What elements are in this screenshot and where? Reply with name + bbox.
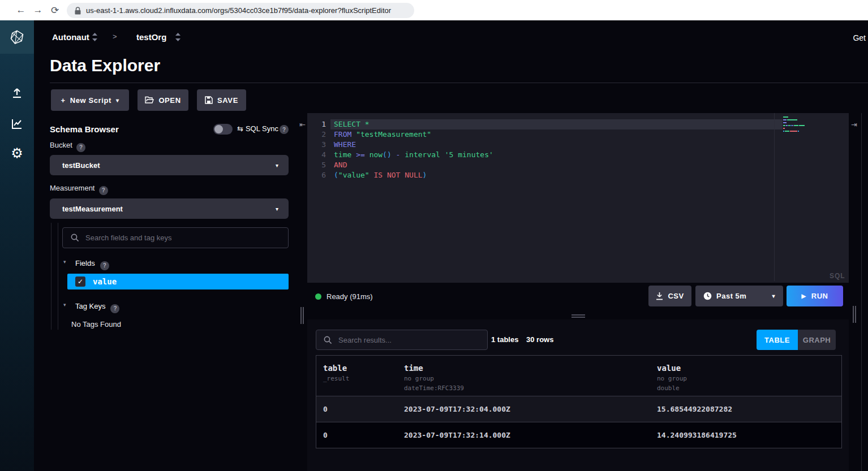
table-row[interactable]: 02023-07-09T17:32:14.000Z14.240993186419… [316,422,842,448]
schema-search-placeholder: Search fields and tag keys [85,234,171,242]
search-icon [324,336,332,344]
results-panel: Search results... 1 tables 30 rows TABLE… [307,319,849,471]
tag-keys-collapse-icon[interactable]: ▾ [63,302,66,308]
tables-count: 1 tables [491,335,518,344]
sql-sync-label[interactable]: ⇆SQL Sync [237,124,278,133]
fields-section-label[interactable]: Fields? [75,259,109,270]
code-line[interactable]: WHERE [334,140,783,150]
code-line[interactable]: ("value" IS NOT NULL) [334,170,783,180]
get-started-link[interactable]: Get [853,33,866,42]
upload-data-icon[interactable] [0,87,34,100]
breadcrumb-suborg[interactable]: testOrg [136,32,166,42]
tag-keys-help-icon[interactable]: ? [110,304,119,313]
schema-search-input[interactable]: Search fields and tag keys [62,227,289,248]
open-script-button[interactable]: OPEN [137,89,188,111]
column-header: timeno groupdateTime:RFC3339 [404,364,464,392]
query-status-text: Ready (91ms) [326,292,373,301]
table-row[interactable]: 02023-07-09T17:32:04.000Z15.685449220872… [316,396,842,422]
measurement-help-icon[interactable]: ? [99,186,108,195]
editor-code[interactable]: SELECT *FROM "testMeasurement"WHEREtime … [334,119,783,180]
right-panel-border [861,113,862,471]
fields-collapse-icon[interactable]: ▾ [63,259,66,265]
results-search-input[interactable]: Search results... [316,330,488,350]
data-explorer-icon[interactable] [0,117,34,131]
browser-refresh-icon[interactable]: ⟳ [46,5,63,16]
right-panel-resize-handle[interactable] [853,306,854,323]
breadcrumb-separator: > [113,32,117,41]
code-line[interactable]: SELECT * [330,119,783,129]
run-query-button[interactable]: ▶ RUN [787,286,843,306]
results-header-row: table_resulttimeno groupdateTime:RFC3339… [316,355,842,396]
tab-graph[interactable]: GRAPH [798,330,836,350]
breadcrumb-org[interactable]: Autonaut [52,32,89,42]
csv-download-button[interactable]: CSV [648,286,691,306]
results-resize-handle[interactable] [571,314,585,316]
measurement-dropdown[interactable]: testMeasurement ▾ [50,198,289,219]
chevron-down-icon: ▾ [116,97,119,103]
suborg-switcher-icon[interactable] [175,33,181,44]
bucket-dropdown[interactable]: testBucket ▾ [50,155,289,175]
value-checkbox[interactable]: ✓ [75,276,85,287]
folder-icon [145,96,154,104]
check-icon: ✓ [78,278,83,286]
save-script-button[interactable]: SAVE [197,89,246,111]
title-divider [50,83,868,83]
fields-help-icon[interactable]: ? [100,261,109,270]
field-item-value[interactable]: ✓ value [67,274,289,289]
collapse-left-panel-icon[interactable]: ⇤ [299,120,306,129]
save-icon [205,96,213,104]
rows-count: 30 rows [526,335,553,344]
schema-browser-title: Schema Browser [50,124,119,134]
chevron-down-icon: ▾ [276,206,278,212]
sql-code-editor[interactable]: 123456 SELECT *FROM "testMeasurement"WHE… [307,113,849,283]
code-line[interactable]: AND [334,160,783,170]
editor-minimap[interactable] [783,116,805,132]
measurement-label: Measurement ? [50,184,108,195]
left-panel-resize-handle[interactable] [303,307,304,324]
column-header: table_result [323,364,349,382]
editor-language-badge: SQL [830,272,845,280]
column-header: valueno groupdouble [657,364,687,392]
settings-gear-icon[interactable]: ⚙ [0,146,34,161]
org-switcher-icon[interactable] [92,33,97,44]
expand-right-panel-icon[interactable]: ⇥ [851,120,857,129]
page-title: Data Explorer [50,56,160,75]
status-indicator-dot [315,293,321,300]
influxdb-logo[interactable] [0,20,34,54]
chevron-down-icon: ▾ [772,293,775,299]
tag-keys-section-label[interactable]: Tag Keys? [75,302,119,313]
browser-forward-icon[interactable]: → [29,5,46,16]
app-window: ← → ⟳ us-east-1-1.aws.cloud2.influxdata.… [0,0,868,471]
chevron-down-icon: ▾ [276,162,278,168]
right-panel-resize-handle[interactable] [855,306,856,323]
bucket-help-icon[interactable]: ? [76,143,85,152]
indent-guide [58,223,58,330]
code-line[interactable]: FROM "testMeasurement" [334,129,783,140]
code-line[interactable]: time >= now() - interval '5 minutes' [334,150,783,160]
search-icon [71,234,79,242]
bucket-label: Bucket ? [50,141,85,152]
download-icon [656,292,663,300]
left-panel-resize-handle[interactable] [300,307,302,324]
address-bar[interactable]: us-east-1-1.aws.cloud2.influxdata.com/or… [67,3,414,18]
browser-chrome: ← → ⟳ us-east-1-1.aws.cloud2.influxdata.… [0,0,868,20]
editor-gutter: 123456 [307,119,326,180]
url-text: us-east-1-1.aws.cloud2.influxdata.com/or… [86,6,391,15]
nav-sidebar: ⚙ ? [0,20,34,471]
sql-sync-toggle[interactable] [213,124,233,135]
tab-table[interactable]: TABLE [757,330,798,350]
no-tags-text: No Tags Found [71,320,121,329]
results-resize-handle[interactable] [571,317,585,318]
results-table: table_resulttimeno groupdateTime:RFC3339… [316,355,842,448]
sql-sync-help-icon[interactable]: ? [280,125,289,134]
top-navbar: Autonaut > testOrg Get [34,20,868,54]
toggle-knob [214,125,223,133]
lock-icon [75,7,81,15]
influxdb-cube-icon [9,29,25,45]
play-icon: ▶ [802,293,806,299]
clock-icon [703,292,712,300]
new-script-button[interactable]: + New Script ▾ [51,89,129,111]
browser-back-icon[interactable]: ← [12,5,29,16]
time-range-dropdown[interactable]: Past 5m ▾ [695,286,783,306]
indent-guide [51,223,51,330]
